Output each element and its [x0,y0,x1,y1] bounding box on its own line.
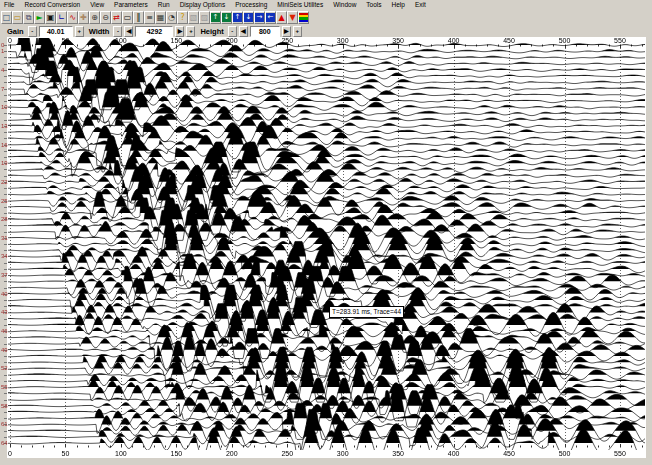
height-decrease-button[interactable]: - [228,26,237,37]
swap-traces-icon: ⇄ [113,13,120,23]
menu-item-help[interactable]: Help [392,1,405,8]
color-bars-icon [299,13,308,22]
cascade-windows-icon: ▦ [157,13,165,23]
disabled-tool-icon-1: ▧ [190,13,198,23]
red-triangle-up-button[interactable]: ▲ [276,11,287,24]
waveform-icon: ∿ [69,13,76,23]
rectangle-select-button[interactable]: ▭ [122,11,133,24]
menu-item-parameters[interactable]: Parameters [114,1,148,8]
width-value[interactable]: 4292 [135,26,173,37]
gain-value[interactable]: 40.01 [39,26,73,37]
axes-button[interactable]: ∟ [56,11,67,24]
blue-arrow-down-icon: ↓ [244,13,253,22]
blue-arrow-right-icon: → [255,13,264,22]
pan-hand-icon: ✚ [80,13,87,23]
menu-item-exit[interactable]: Exit [415,1,426,8]
height-step-right-button[interactable]: ▶ [282,26,291,37]
menu-item-window[interactable]: Window [333,1,356,8]
green-arrow-up-button[interactable]: ↑ [210,11,221,24]
menu-item-file[interactable]: File [4,1,14,8]
menu-bar: FileRecord ConversionViewParametersRunDi… [0,0,652,9]
color-bars-button[interactable] [298,11,309,24]
disabled-tool-icon-1-button[interactable]: ▧ [188,11,199,24]
globe-button[interactable]: ◔ [166,11,177,24]
waveform-button[interactable]: ∿ [67,11,78,24]
zoom-out-button[interactable]: ⊖ [100,11,111,24]
globe-icon: ◔ [168,13,175,23]
menu-item-record-conversion[interactable]: Record Conversion [24,1,80,8]
green-arrow-up-icon: ↑ [211,13,220,22]
width-increase-button[interactable]: + [186,26,195,37]
cursor-readout-tooltip: T=283.91 ms, Trace=44 [329,306,404,318]
cascade-windows-button[interactable]: ▦ [155,11,166,24]
stack-lines-button[interactable]: ≡ [144,11,155,24]
help-button[interactable]: ? [177,11,188,24]
zoom-in-icon: ⊕ [91,13,98,23]
blue-arrow-down-button[interactable]: ↓ [243,11,254,24]
width-step-right-button[interactable]: ▶ [175,26,184,37]
red-triangle-down-button[interactable]: ▼ [287,11,298,24]
pause-button[interactable]: ‖ [133,11,144,24]
copy-icon: ⧉ [26,13,32,23]
red-triangle-down-icon: ▼ [289,13,295,23]
red-triangle-up-icon: ▲ [278,13,284,23]
miniseis-window: FileRecord ConversionViewParametersRunDi… [0,0,652,465]
copy-button[interactable]: ⧉ [23,11,34,24]
open-folder-icon: ▭ [14,13,22,23]
width-step-left-button[interactable]: ◀ [124,26,133,37]
zoom-in-button[interactable]: ⊕ [89,11,100,24]
gain-label: Gain [7,27,24,36]
run-button[interactable]: ► [34,11,45,24]
new-file-icon: □ [3,13,11,23]
blue-arrow-up-button[interactable]: ↑ [232,11,243,24]
pan-hand-button[interactable]: ✚ [78,11,89,24]
height-step-left-button[interactable]: ◀ [239,26,248,37]
zoom-out-icon: ⊖ [102,13,109,23]
height-label: Height [200,27,223,36]
stack-lines-icon: ≡ [146,13,153,23]
blue-arrow-right-button[interactable]: → [254,11,265,24]
pause-icon: ‖ [137,13,141,23]
menu-item-processing[interactable]: Processing [235,1,267,8]
stop-button[interactable]: ▣ [45,11,56,24]
gain-increase-button[interactable]: + [75,26,84,37]
height-increase-button[interactable]: + [293,26,302,37]
toolbar: □▭⧉►▣∟∿✚⊕⊖⇄▭‖≡▦◔?▧▨↑↓↑↓→←▲▼ [0,9,652,25]
seismic-wiggle-canvas[interactable] [0,37,652,465]
axes-icon: ∟ [58,13,65,23]
menu-item-tools[interactable]: Tools [366,1,381,8]
menu-item-miniseis-utilites[interactable]: MiniSeis Utilites [277,1,323,8]
blue-arrow-left-button[interactable]: ← [265,11,276,24]
disabled-tool-icon-2-button[interactable]: ▨ [199,11,210,24]
swap-traces-button[interactable]: ⇄ [111,11,122,24]
run-icon: ► [36,13,42,23]
menu-item-run[interactable]: Run [158,1,170,8]
width-decrease-button[interactable]: - [113,26,122,37]
height-value[interactable]: 800 [250,26,280,37]
help-icon: ? [180,13,184,23]
gain-decrease-button[interactable]: - [28,26,37,37]
new-file-button[interactable]: □ [1,11,12,24]
menu-item-display-options[interactable]: Display Options [180,1,226,8]
stop-icon: ▣ [47,13,55,23]
open-folder-button[interactable]: ▭ [12,11,23,24]
disabled-tool-icon-2: ▨ [201,13,209,23]
menu-item-view[interactable]: View [90,1,104,8]
blue-arrow-left-icon: ← [266,13,275,22]
green-arrow-down-button[interactable]: ↓ [221,11,232,24]
green-arrow-down-icon: ↓ [222,13,231,22]
blue-arrow-up-icon: ↑ [233,13,242,22]
seismic-plot-area: T=283.91 ms, Trace=44 [0,37,652,465]
rectangle-select-icon: ▭ [124,13,132,23]
width-label: Width [89,27,110,36]
